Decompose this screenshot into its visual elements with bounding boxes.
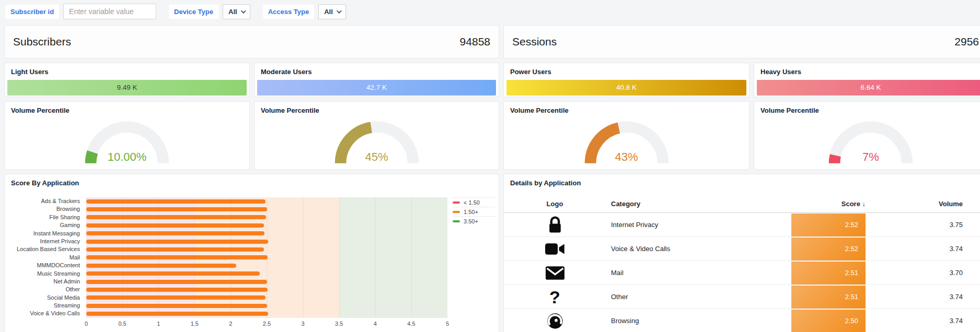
panel-title: Power Users [504,63,749,78]
x-tick-label: 0 [85,321,88,327]
category-axis: Ads & TrackersBrowsingFile SharingGaming… [8,197,86,332]
bar-row [86,197,447,205]
volume-percentile-panel-heavy: Volume Percentile 7% [754,101,980,170]
gauge: 7% [754,112,980,168]
bar-row [86,294,447,302]
table-row[interactable]: Voice & Video Calls 2.52 3.74 [504,237,980,261]
score-bar[interactable] [86,207,267,211]
subscribers-panel: Subscribers 94858 [4,25,499,58]
x-tick-label: 2 [229,321,232,327]
volume-cell: 3.75 [866,221,980,229]
legend-swatch [453,220,460,222]
question-mark-icon: ? [504,288,606,306]
chevron-down-icon [241,8,246,14]
score-bar[interactable] [86,264,236,268]
heavy-users-panel: Heavy Users 6.64 K [754,63,980,97]
x-tick-label: 0.5 [118,321,126,327]
legend-swatch [453,201,460,204]
x-tick-label: 5 [446,321,449,327]
category-label: File Sharing [8,214,86,221]
score-bar[interactable] [86,295,266,300]
bar-row [86,238,447,245]
score-bar[interactable] [86,288,268,292]
column-header-volume[interactable]: Volume [866,200,980,208]
score-bar[interactable] [86,247,264,252]
bar-row [86,270,447,278]
score-bar[interactable] [86,271,260,276]
subscribers-title: Subscribers [13,35,71,48]
video-camera-icon [504,242,606,256]
table-row[interactable]: Internet Privacy 2.52 3.75 [504,213,980,237]
score-bar[interactable] [86,280,267,284]
legend-item[interactable]: < 1.50 [453,197,495,207]
score-bar[interactable] [86,199,266,204]
category-label: Instant Messaging [8,230,86,238]
subscribers-value: 94858 [460,35,490,48]
volume-cell: 3.74 [866,293,980,301]
score-cell: 2.52 [791,238,866,260]
score-cell: 2.50 [791,310,866,332]
x-tick-label: 4 [374,321,377,327]
category-label: Location Based Services [8,245,86,253]
bar-row [86,205,447,213]
bar-row [86,230,447,238]
panel-title: Details by Application [504,174,980,189]
x-tick-label: 3.5 [335,321,343,327]
bar-row [86,302,447,310]
moderate-users-panel: Moderate Users 42.7 K [254,63,499,97]
table-row[interactable]: Browsing 2.50 3.74 [504,309,980,332]
bar-chart: Ads & TrackersBrowsingFile SharingGaming… [8,197,495,332]
panel-title: Light Users [5,63,249,78]
score-by-application-panel: Score By Application Ads & TrackersBrows… [4,174,499,332]
legend-swatch [453,211,460,213]
device-type-label: Device Type [169,5,218,19]
legend-item[interactable]: 3.50+ [453,216,495,226]
gauge-value: 7% [754,150,980,164]
power-users-stat-bar: 40.8 K [506,80,746,96]
bar-row [86,221,447,229]
variables-toolbar: Subscriber id Device Type All Access Typ… [0,0,980,23]
panel-title: Heavy Users [754,63,980,78]
column-header-category[interactable]: Category [606,200,791,208]
dashboard: Subscriber id Device Type All Access Typ… [0,0,980,332]
score-bar[interactable] [86,215,266,219]
legend-item[interactable]: 1.50+ [453,207,495,216]
score-cell: 2.51 [791,286,866,309]
x-tick-label: 1.5 [191,321,199,327]
power-users-panel: Power Users 40.8 K [503,63,750,97]
category-cell: Mail [606,269,791,277]
lock-icon [504,216,606,234]
score-bar[interactable] [86,223,264,228]
table-row[interactable]: Mail 2.51 3.70 [504,261,980,285]
category-label: Ads & Trackers [8,197,86,205]
volume-percentile-panel-power: Volume Percentile 43% [503,101,750,170]
subscriber-id-input[interactable] [63,4,156,19]
score-bar[interactable] [86,312,268,316]
category-label: Internet Privacy [8,238,86,245]
score-bar[interactable] [86,231,264,235]
score-bar[interactable] [86,240,268,244]
browsing-icon [504,313,606,329]
category-cell: Voice & Video Calls [606,245,791,253]
access-type-select[interactable]: All [318,4,346,19]
gauge-value: 45% [255,150,499,164]
moderate-users-stat-bar: 42.7 K [257,80,496,96]
score-bar[interactable] [86,255,268,259]
device-type-select[interactable]: All [223,4,250,19]
bar-row [86,214,447,221]
volume-cell: 3.74 [866,245,980,253]
volume-percentile-panel-moderate: Volume Percentile 45% [254,101,499,170]
table-row[interactable]: ? Other 2.51 3.74 [504,285,980,309]
column-header-logo[interactable]: Logo [504,200,606,208]
volume-cell: 3.70 [866,269,980,277]
sessions-title: Sessions [512,35,557,48]
legend: < 1.501.50+3.50+ [447,197,495,332]
category-label: Social Media [8,294,86,302]
x-tick-label: 1 [157,321,160,327]
score-bar[interactable] [86,304,267,308]
x-axis: 00.511.522.533.544.55 [86,319,447,330]
bars [86,197,447,318]
score-cell: 2.52 [791,214,866,236]
column-header-score[interactable]: Score ↓ [791,200,866,208]
category-label: Net Admin [8,278,86,286]
